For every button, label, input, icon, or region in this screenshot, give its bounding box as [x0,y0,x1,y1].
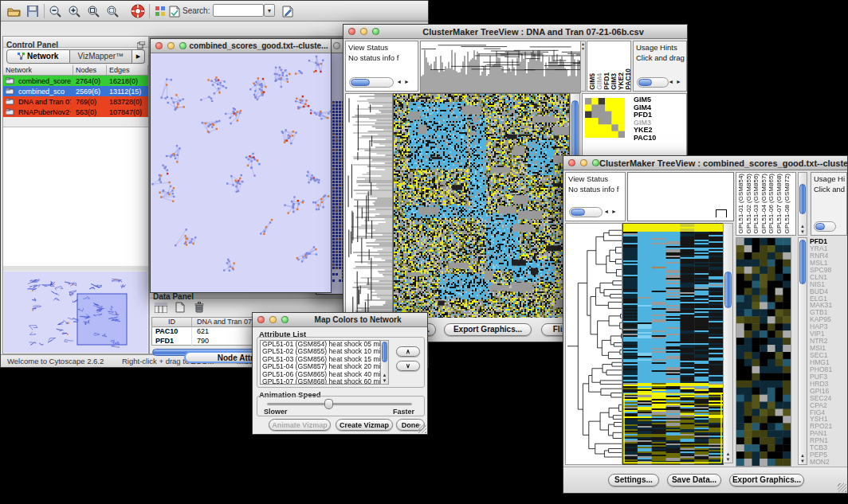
column-label[interactable]: GPL51-08 (GSM872) [783,174,791,234]
view-status-panel: View Status No status info f ◄► [345,41,418,92]
help-lifesaver-icon[interactable] [130,3,146,19]
animate-vizmap-button[interactable]: Animate Vizmap [269,419,331,431]
column-label[interactable]: GPL51-06 (GSM865) [768,174,775,234]
zoom-button[interactable] [281,316,289,323]
usage-hints-text: Click and [811,183,846,193]
usage-hints-panel: Usage Hi Click and [811,172,847,236]
heatmap-canvas[interactable] [393,93,570,319]
dialog-titlebar[interactable]: Map Colors to Network [253,313,427,327]
minimize-button[interactable] [167,42,175,49]
vizmap-icon[interactable] [152,3,168,19]
edit-network-icon[interactable] [280,3,296,19]
create-vizmap-button[interactable]: Create Vizmap [336,419,393,431]
column-label[interactable]: GPL51-02 (GSM855) [745,174,753,234]
row-dendrogram[interactable] [565,223,622,465]
column-label[interactable]: PAC10 [625,68,631,90]
col-id[interactable]: ID [152,318,192,326]
network-overview-thumbnail[interactable] [4,272,147,353]
gene-label[interactable]: PAC10 [634,135,656,143]
view-status-text: No status info f [346,52,418,62]
zoom-button[interactable] [179,42,186,49]
attribute-list-item[interactable]: GPL51-07 (GSM868) heat shock 60 min [261,378,388,385]
tab-network[interactable]: Network [6,49,70,64]
network-table-row[interactable]: combined_sco 2569(6) 13112(15) [3,86,148,96]
save-icon[interactable] [25,3,41,19]
search-dropdown-button[interactable]: ▼ [264,4,275,17]
faster-label: Faster [393,408,414,416]
view-status-scrollbar[interactable]: ◄► [569,207,603,217]
export-graphics-button[interactable]: Export Graphics... [729,474,804,486]
attribute-list[interactable]: GPL51-01 (GSM854) heat shock 05 minGPL51… [260,340,389,385]
column-dendrogram[interactable] [420,41,581,93]
usage-hints-scrollbar[interactable]: ◄► [637,77,669,88]
attribute-list-scrollbar[interactable]: ▲▼ [380,340,389,385]
heatmap-canvas[interactable] [622,223,724,465]
delete-attribute-trash-icon[interactable] [191,299,207,315]
treeview1-column-labels: GIM5GIM4PFD1GIM3YKE2PAC10 [587,41,631,92]
close-button[interactable] [155,42,163,49]
zoom-selected-icon[interactable] [104,3,120,19]
zoom-button[interactable] [592,159,599,166]
treeview2-window: ClusterMaker TreeView : combined_scores_… [563,155,848,494]
column-label[interactable]: GPL51-01 (GSM854) [737,174,745,234]
move-down-button[interactable]: ∨ [396,361,420,371]
treeview1-title: ClusterMaker TreeView : DNA and Tran 07-… [379,27,687,37]
column-label[interactable]: GPL51-03 (GSM856) [752,174,760,234]
similarity-matrix[interactable] [585,98,625,138]
panel-splitter[interactable] [3,266,148,271]
view-status-scrollbar[interactable]: ◄► [349,77,394,88]
network-table-row[interactable]: DNA and Tran 07 769(0) 183728(0) [3,96,148,107]
row-dendrogram[interactable] [345,93,393,319]
treeview1-titlebar[interactable]: ClusterMaker TreeView : DNA and Tran 07-… [344,25,687,39]
minimize-button[interactable] [333,42,340,49]
network-table-row[interactable]: RNAPuberNov2+ 563(0) 107847(0) [3,107,148,117]
usage-hints-scrollbar[interactable] [814,221,836,232]
minimize-button[interactable] [580,159,587,166]
zoom-fit-icon[interactable] [85,3,101,19]
attribute-table-icon[interactable] [153,299,169,315]
search-input[interactable] [213,4,264,17]
new-attribute-icon[interactable] [172,299,188,315]
minimize-button[interactable] [269,316,277,323]
view-status-text: No status info f [566,183,625,193]
treeview2-titlebar[interactable]: ClusterMaker TreeView : combined_scores_… [563,156,847,170]
network1-titlebar[interactable]: combined_scores_good.txt--cluste... [151,39,331,53]
close-button[interactable] [348,28,355,35]
column-dendrogram-area[interactable] [627,172,734,221]
dialog-title: Map Colors to Network [289,315,427,324]
view-status-label: View Status [346,41,418,52]
network-canvas[interactable] [151,53,331,292]
move-up-button[interactable]: ∧ [396,346,420,357]
heatmap-vscrollbar[interactable]: ▲▼ [723,223,733,463]
column-dendro-scroll-arrows[interactable]: ▲▼ [580,41,586,92]
network1-title: combined_scores_good.txt--cluste... [186,41,331,50]
resize-grip[interactable] [418,424,426,433]
zoom-button[interactable] [372,28,379,35]
close-button[interactable] [568,159,575,166]
network-table-header: Network Nodes Edges [3,65,148,76]
speed-slider-track[interactable] [267,403,412,405]
zoom-heatmap-canvas[interactable] [736,237,791,467]
treeview2-button-bar: Settings... Save Data... Export Graphics… [563,467,847,493]
save-data-button[interactable]: Save Data... [667,474,721,486]
tab-overflow-arrow[interactable]: ▶ [132,49,145,64]
zoom-in-icon[interactable] [66,3,82,19]
settings-button[interactable]: Settings... [608,474,659,486]
open-folder-icon[interactable] [6,3,22,19]
network-tree-empty-area [3,127,148,266]
network-table-row[interactable]: combined_scores_ 2764(0) 16218(0) [3,76,148,86]
search-label: Search: [183,6,210,15]
tab-vizmapper[interactable]: VizMapper™ [70,49,133,64]
column-label[interactable]: GPL51-07 (GSM868) [775,174,783,234]
resize-grip[interactable] [838,483,846,492]
column-labels-scrollbar[interactable]: ▲▼ [798,172,807,236]
column-label[interactable]: GPL51-04 (GSM857) [760,174,768,234]
annotation-icon[interactable] [167,3,183,19]
zoom-heatmap-scrollbar[interactable]: ▲▼ [798,237,807,465]
gene-label[interactable]: MON2 [810,459,847,466]
zoom-out-icon[interactable] [47,3,63,19]
export-graphics-button[interactable]: Export Graphics... [444,323,532,336]
minimize-button[interactable] [360,28,367,35]
close-button[interactable] [257,316,265,323]
speed-slider-thumb[interactable] [324,399,333,409]
